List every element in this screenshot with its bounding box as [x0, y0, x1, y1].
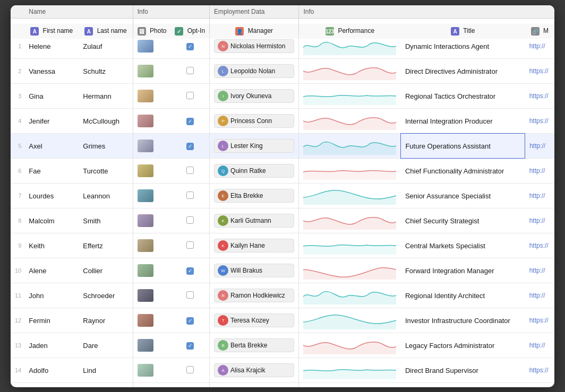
- col-url[interactable]: 🔗 M: [525, 23, 554, 39]
- opt-in-checkbox[interactable]: ✓: [186, 342, 194, 350]
- manager-chip[interactable]: I Ivory Okuneva: [214, 89, 294, 103]
- manager-chip[interactable]: B Berta Brekke: [214, 338, 294, 352]
- manager-cell[interactable]: R Ramon Hodkiewicz: [210, 283, 299, 308]
- opt-in-cell[interactable]: [170, 84, 209, 109]
- opt-in-checkbox[interactable]: [186, 167, 194, 174]
- table-row[interactable]: 2 Vanessa Schultz L Leopoldo Nolan: [11, 59, 554, 84]
- last-name-cell: Dare: [79, 333, 133, 358]
- opt-in-checkbox[interactable]: [186, 67, 194, 74]
- manager-name: Karli Gutmann: [230, 217, 271, 224]
- manager-chip[interactable]: K Kailyn Hane: [214, 239, 294, 252]
- manager-cell[interactable]: T Teresa Kozey: [210, 308, 299, 333]
- opt-in-checkbox[interactable]: [186, 241, 194, 249]
- table-container[interactable]: Name Info Employment Data Info A: [11, 5, 554, 387]
- opt-in-checkbox[interactable]: [186, 92, 194, 99]
- opt-in-checkbox[interactable]: [186, 366, 194, 373]
- group-name-label: Name: [29, 8, 46, 15]
- url-cell: https://: [525, 109, 554, 134]
- manager-chip[interactable]: L Leopoldo Nolan: [214, 64, 294, 78]
- col-photo[interactable]: 🖼 Photo: [133, 23, 170, 39]
- manager-cell[interactable]: A Alisa Krajcik: [210, 358, 299, 383]
- manager-cell[interactable]: B Berta Brekke: [210, 333, 299, 358]
- opt-in-cell[interactable]: [170, 184, 209, 208]
- manager-cell[interactable]: I Ivory Okuneva: [210, 84, 299, 109]
- manager-cell[interactable]: P Princess Conn: [210, 109, 299, 134]
- manager-cell[interactable]: L Lester King: [210, 134, 299, 159]
- url-cell: https://: [525, 308, 554, 333]
- table-row[interactable]: 7 Lourdes Leannon E Elta Brekke: [11, 184, 554, 208]
- col-last-name[interactable]: A Last name: [79, 23, 133, 39]
- manager-chip[interactable]: Q Quinn Ratke: [214, 164, 294, 178]
- manager-cell[interactable]: K Karli Gutmann: [210, 208, 299, 233]
- opt-in-cell[interactable]: [170, 208, 209, 233]
- manager-chip[interactable]: T Teresa Kozey: [214, 313, 294, 327]
- opt-in-checkbox[interactable]: [186, 216, 194, 224]
- opt-in-cell[interactable]: ✓: [170, 333, 209, 358]
- photo-cell: [133, 383, 170, 388]
- table-row[interactable]: 4 Jenifer McCullough ✓ P Princess Conn: [11, 109, 554, 134]
- table-row[interactable]: 14 Adolfo Lind A Alisa Krajcik: [11, 358, 554, 383]
- manager-chip[interactable]: R Ramon Hodkiewicz: [214, 289, 294, 302]
- opt-in-cell[interactable]: ✓: [170, 308, 209, 333]
- title-cell: Central Implementation Director: [401, 383, 525, 388]
- manager-chip[interactable]: N Nickolas Hermiston: [214, 39, 294, 53]
- title-cell: Investor Infrastructure Coordinator: [401, 308, 525, 333]
- col-opt-in[interactable]: ✓ Opt-In: [170, 23, 209, 39]
- manager-chip[interactable]: L Lester King: [214, 139, 294, 153]
- table-row[interactable]: 9 Keith Effertz K Kailyn Hane: [11, 233, 554, 258]
- opt-in-cell[interactable]: ✓: [170, 134, 209, 159]
- manager-chip[interactable]: K Karli Gutmann: [214, 214, 294, 228]
- opt-in-cell[interactable]: [170, 283, 209, 308]
- first-name-cell: Alene: [24, 258, 79, 283]
- col-manager[interactable]: 👤 Manager: [210, 23, 299, 39]
- opt-in-checkbox[interactable]: ✓: [186, 143, 194, 150]
- col-title[interactable]: A Title: [401, 23, 525, 39]
- table-row[interactable]: 11 John Schroeder R Ramon Hodkiewicz: [11, 283, 554, 308]
- table-row[interactable]: 12 Fermin Raynor ✓ T Teresa Kozey: [11, 308, 554, 333]
- table-row[interactable]: 8 Malcolm Smith K Karli Gutmann: [11, 208, 554, 233]
- manager-cell[interactable]: L Leopoldo Nolan: [210, 59, 299, 84]
- last-name-cell: Boyle: [79, 383, 133, 388]
- manager-cell[interactable]: E Eugenia O'Conner: [210, 383, 299, 388]
- manager-chip[interactable]: W Will Brakus: [214, 264, 294, 277]
- opt-in-cell[interactable]: [170, 159, 209, 184]
- manager-chip[interactable]: P Princess Conn: [214, 114, 294, 128]
- opt-in-checkbox[interactable]: ✓: [186, 317, 194, 325]
- manager-cell[interactable]: E Elta Brekke: [210, 184, 299, 208]
- opt-in-cell[interactable]: ✓: [170, 109, 209, 134]
- table-row[interactable]: 15 Aniyah Boyle ✓ E Eugenia O'Conner: [11, 383, 554, 388]
- manager-chip[interactable]: E Elta Brekke: [214, 189, 294, 203]
- col-icon-opt-in: ✓: [175, 27, 183, 36]
- col-label-last: Last name: [97, 27, 127, 34]
- photo-cell: [133, 184, 170, 208]
- table-row[interactable]: 3 Gina Hermann I Ivory Okuneva: [11, 84, 554, 109]
- table-row[interactable]: 13 Jaden Dare ✓ B Berta Brekke: [11, 333, 554, 358]
- url-cell: https://: [525, 358, 554, 383]
- opt-in-cell[interactable]: [170, 59, 209, 84]
- table-row[interactable]: 6 Fae Turcotte Q Quinn Ratke C: [11, 159, 554, 184]
- opt-in-cell[interactable]: [170, 358, 209, 383]
- sparkline-svg: [303, 187, 396, 205]
- table-row[interactable]: 10 Alene Collier ✓ W Will Brakus: [11, 258, 554, 283]
- title-cell: Senior Assurance Specialist: [401, 184, 525, 208]
- opt-in-cell[interactable]: [170, 233, 209, 258]
- col-first-name[interactable]: A First name: [24, 23, 79, 39]
- col-performance[interactable]: 123 Performance: [299, 23, 401, 39]
- opt-in-cell[interactable]: ✓: [170, 383, 209, 388]
- title-cell: Direct Brand Supervisor: [401, 358, 525, 383]
- table-row[interactable]: 5 Axel Grimes ✓ L Lester King F: [11, 134, 554, 159]
- photo-cell: [133, 208, 170, 233]
- opt-in-checkbox[interactable]: ✓: [186, 118, 194, 125]
- sparkline-svg: [303, 336, 396, 354]
- opt-in-checkbox[interactable]: ✓: [186, 267, 194, 275]
- opt-in-checkbox[interactable]: ✓: [186, 43, 194, 50]
- manager-cell[interactable]: Q Quinn Ratke: [210, 159, 299, 184]
- manager-chip[interactable]: A Alisa Krajcik: [214, 363, 294, 377]
- manager-cell[interactable]: K Kailyn Hane: [210, 233, 299, 258]
- opt-in-checkbox[interactable]: [186, 291, 194, 299]
- manager-name: Alisa Krajcik: [230, 367, 265, 374]
- opt-in-cell[interactable]: ✓: [170, 258, 209, 283]
- opt-in-checkbox[interactable]: [186, 191, 194, 199]
- manager-cell[interactable]: W Will Brakus: [210, 258, 299, 283]
- url-cell: http://: [525, 208, 554, 233]
